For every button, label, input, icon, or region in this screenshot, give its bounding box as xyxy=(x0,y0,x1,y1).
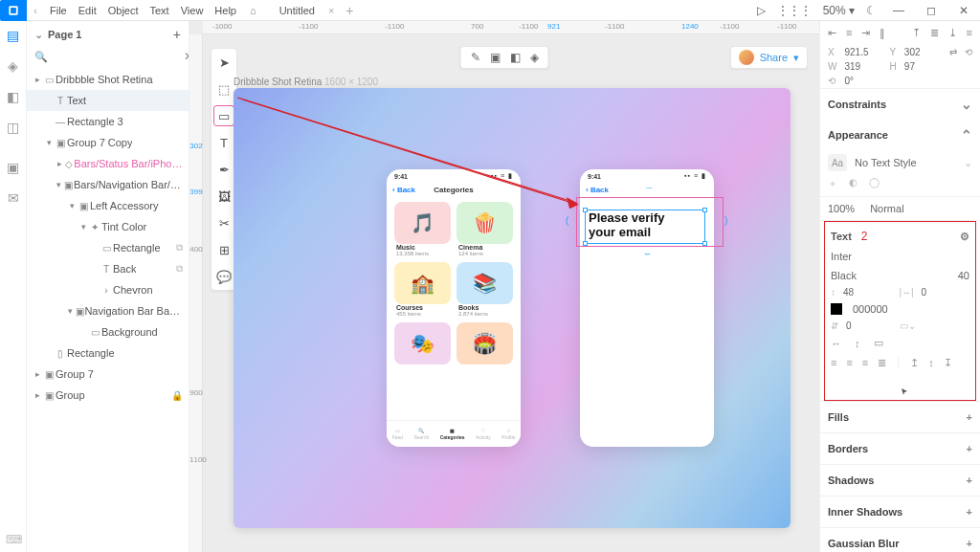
text-valign-top-icon[interactable]: ↥ xyxy=(910,357,919,369)
rotation[interactable]: 0° xyxy=(844,76,881,86)
constraints-expand-icon[interactable]: ⌄ xyxy=(961,97,972,112)
borders-header[interactable]: Borders xyxy=(828,443,868,454)
rail-components-icon[interactable]: ◈ xyxy=(5,57,22,75)
floatbar-boolean-icon[interactable]: ▣ xyxy=(490,51,501,64)
tool-image-icon[interactable]: 🖼 xyxy=(214,187,234,206)
rail-layers-icon[interactable]: ▤ xyxy=(5,27,22,44)
rail-styles-icon[interactable]: ◫ xyxy=(5,119,22,136)
constraints-header[interactable]: Constraints xyxy=(828,99,886,110)
menu-object[interactable]: Object xyxy=(102,5,145,16)
sync-style-icon[interactable]: ◐ xyxy=(849,177,858,190)
line-height[interactable]: 48 xyxy=(843,287,891,298)
shadows-header[interactable]: Shadows xyxy=(828,475,874,486)
align-left-icon[interactable]: ⇤ xyxy=(828,27,836,39)
add-inner-shadow-icon[interactable]: + xyxy=(967,506,972,518)
font-family[interactable]: Inter xyxy=(825,247,975,266)
pages-toggle-icon[interactable]: ⌄ xyxy=(34,29,44,41)
tool-frame-icon[interactable]: ⬚ xyxy=(214,79,234,99)
add-fill-icon[interactable]: + xyxy=(967,411,972,423)
distribute-h-icon[interactable]: ‖ xyxy=(880,27,885,39)
font-size[interactable]: 40 xyxy=(958,270,969,281)
letter-spacing[interactable]: 0 xyxy=(922,287,969,298)
layer-tint-color[interactable]: ▾✦Tint Color xyxy=(27,216,189,237)
distribute-v-icon[interactable]: ≡ xyxy=(967,27,972,39)
layer-group7[interactable]: ▸▣Group 7 xyxy=(27,364,189,385)
layer-group7copy[interactable]: ▾▣Group 7 Copy xyxy=(27,132,189,153)
align-bottom-icon[interactable]: ⤓ xyxy=(948,27,957,39)
pos-x[interactable]: 921.5 xyxy=(844,47,881,57)
rail-chat-icon[interactable]: ✉ xyxy=(5,189,22,207)
reset-style-icon[interactable]: ◯ xyxy=(869,177,880,190)
opacity-value[interactable]: 100% xyxy=(828,203,855,214)
add-style-icon[interactable]: ＋ xyxy=(828,177,837,190)
auto-width-icon[interactable]: ↔ xyxy=(831,338,841,349)
tool-rectangle-icon[interactable]: ▭ xyxy=(214,106,234,125)
window-max-icon[interactable]: ◻ xyxy=(921,4,942,17)
text-align-left-icon[interactable]: ≡ xyxy=(831,357,836,369)
layer-navbg[interactable]: ▾▣Navigation Bar Background xyxy=(27,300,189,321)
add-border-icon[interactable]: + xyxy=(967,443,972,454)
menu-edit[interactable]: Edit xyxy=(73,5,102,16)
canvas[interactable]: -1000 -1100 -1100 700 -1100 921 -1100 12… xyxy=(189,21,819,552)
tool-slice-icon[interactable]: ✂ xyxy=(214,213,234,232)
play-icon[interactable]: ▷ xyxy=(757,4,766,17)
fills-header[interactable]: Fills xyxy=(828,411,849,423)
artboard[interactable]: 9:41▪▪ ≡ ▮ ‹ BackCategories 🎵Music13,358… xyxy=(234,88,791,528)
floatbar-component-icon[interactable]: ◈ xyxy=(530,51,539,64)
text-align-justify-icon[interactable]: ≣ xyxy=(878,357,886,369)
layer-left-accessory[interactable]: ▾▣Left Accessory xyxy=(27,195,189,216)
appearance-header[interactable]: Appearance xyxy=(828,129,888,141)
text-valign-bottom-icon[interactable]: ↧ xyxy=(944,357,952,369)
text-style-picker[interactable]: No Text Style xyxy=(855,157,917,168)
add-shadow-icon[interactable]: + xyxy=(967,475,972,486)
tool-move-icon[interactable]: ➤ xyxy=(214,53,234,72)
tool-comment-icon[interactable]: 💬 xyxy=(214,267,234,286)
tab-add-icon[interactable]: + xyxy=(342,3,357,18)
paragraph-spacing[interactable]: 0 xyxy=(846,320,892,331)
fixed-size-icon[interactable]: ▭ xyxy=(874,337,883,349)
menu-help[interactable]: Help xyxy=(209,5,242,16)
grid-toggle-icon[interactable]: ⋮⋮⋮ xyxy=(777,4,812,17)
add-blur-icon[interactable]: + xyxy=(967,538,972,549)
layer-rectangle-a[interactable]: ▭Rectangle⧉ xyxy=(27,237,189,258)
swap-xy-icon[interactable]: ⇄ xyxy=(949,47,957,57)
verify-email-text[interactable]: Please verifyyour email xyxy=(589,211,665,240)
page-name[interactable]: Page 1 xyxy=(48,29,81,40)
nav-back-icon[interactable]: ‹ xyxy=(27,5,44,16)
size-w[interactable]: 319 xyxy=(844,61,881,72)
menu-text[interactable]: Text xyxy=(145,5,175,16)
document-tab[interactable]: Untitled xyxy=(276,3,319,18)
window-close-icon[interactable]: ✕ xyxy=(953,4,974,17)
align-right-icon[interactable]: ⇥ xyxy=(861,27,870,39)
artboard-label[interactable]: Dribbble Shot Retina 1600 × 1200 xyxy=(234,77,378,87)
blend-mode[interactable]: Normal xyxy=(870,203,903,214)
layer-rectangle-b[interactable]: ▯Rectangle xyxy=(27,342,189,364)
align-top-icon[interactable]: ⤒ xyxy=(912,27,921,39)
appearance-collapse-icon[interactable]: ⌃ xyxy=(961,127,972,143)
layer-back-text[interactable]: TBack⧉ xyxy=(27,258,189,279)
text-align-right-icon[interactable]: ≡ xyxy=(862,357,868,369)
zoom-level[interactable]: 50% ▾ xyxy=(823,4,855,17)
layer-text[interactable]: TText xyxy=(27,90,189,111)
layer-chevron[interactable]: ›Chevron xyxy=(27,279,189,300)
size-h[interactable]: 97 xyxy=(904,61,942,72)
tool-text-icon[interactable]: T xyxy=(214,133,234,152)
auto-height-icon[interactable]: ↕ xyxy=(855,338,860,349)
menu-view[interactable]: View xyxy=(175,5,210,16)
layer-background[interactable]: ▭Background xyxy=(27,321,189,342)
layer-artboard[interactable]: ▸▭Dribbble Shot Retina xyxy=(27,69,189,90)
inner-shadows-header[interactable]: Inner Shadows xyxy=(828,506,902,518)
menu-file[interactable]: File xyxy=(44,5,73,16)
rail-assets-icon[interactable]: ◧ xyxy=(5,88,22,105)
align-vcenter-icon[interactable]: ≣ xyxy=(930,27,939,39)
layer-group[interactable]: ▸▣Group🔒 xyxy=(27,385,189,406)
reset-pos-icon[interactable]: ⟲ xyxy=(965,47,972,57)
font-weight[interactable]: Black xyxy=(831,270,857,281)
floatbar-pencil-icon[interactable]: ✎ xyxy=(471,51,480,64)
text-color-hex[interactable]: 000000 xyxy=(853,303,888,315)
tab-close-icon[interactable]: × xyxy=(328,5,334,16)
text-options-icon[interactable]: ⚙ xyxy=(960,231,969,243)
layer-rectangle3[interactable]: —Rectangle 3 xyxy=(27,111,189,132)
rail-image-icon[interactable]: ▣ xyxy=(5,159,22,176)
text-align-center-icon[interactable]: ≡ xyxy=(846,357,852,369)
